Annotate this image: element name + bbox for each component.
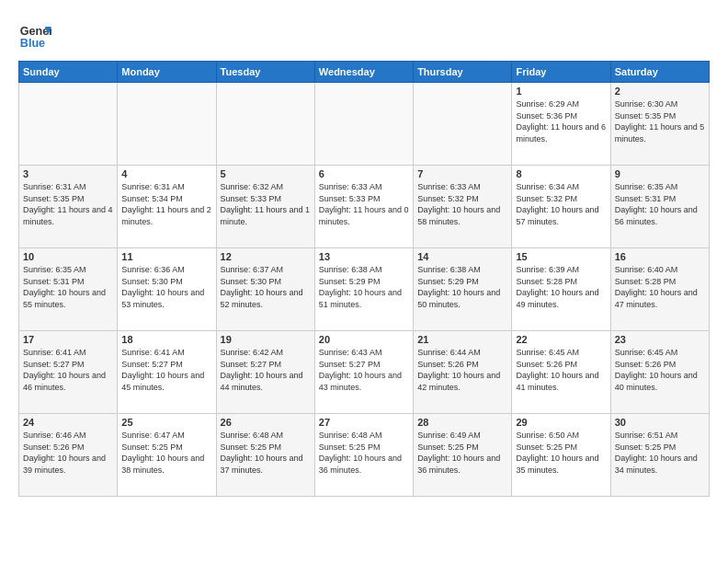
day-info: Sunrise: 6:42 AM Sunset: 5:27 PM Dayligh… [221, 347, 311, 393]
day-number: 30 [615, 417, 705, 428]
day-number: 9 [615, 168, 705, 179]
day-number: 28 [417, 417, 507, 428]
day-info: Sunrise: 6:45 AM Sunset: 5:26 PM Dayligh… [516, 347, 606, 393]
weekday-header-sunday: Sunday [19, 62, 118, 83]
day-info: Sunrise: 6:38 AM Sunset: 5:29 PM Dayligh… [417, 264, 507, 310]
weekday-header-friday: Friday [512, 62, 610, 83]
day-info: Sunrise: 6:38 AM Sunset: 5:29 PM Dayligh… [319, 264, 409, 310]
calendar-week-5: 24Sunrise: 6:46 AM Sunset: 5:26 PM Dayli… [19, 414, 710, 497]
logo: General Blue [18, 18, 55, 52]
weekday-header-monday: Monday [118, 62, 216, 83]
day-info: Sunrise: 6:48 AM Sunset: 5:25 PM Dayligh… [319, 430, 409, 476]
calendar-cell: 13Sunrise: 6:38 AM Sunset: 5:29 PM Dayli… [314, 248, 413, 331]
calendar-cell: 8Sunrise: 6:34 AM Sunset: 5:32 PM Daylig… [512, 166, 610, 248]
day-info: Sunrise: 6:39 AM Sunset: 5:28 PM Dayligh… [516, 264, 606, 310]
logo-icon: General Blue [18, 18, 51, 52]
calendar-table: SundayMondayTuesdayWednesdayThursdayFrid… [18, 61, 710, 497]
day-info: Sunrise: 6:41 AM Sunset: 5:27 PM Dayligh… [121, 347, 211, 393]
day-number: 1 [516, 86, 606, 97]
calendar-week-4: 17Sunrise: 6:41 AM Sunset: 5:27 PM Dayli… [19, 331, 710, 414]
calendar-cell: 25Sunrise: 6:47 AM Sunset: 5:25 PM Dayli… [118, 414, 216, 497]
day-number: 29 [516, 417, 606, 428]
calendar-cell [414, 83, 512, 166]
day-info: Sunrise: 6:50 AM Sunset: 5:25 PM Dayligh… [516, 430, 606, 476]
page-header: General Blue [18, 18, 710, 52]
calendar-week-1: 1Sunrise: 6:29 AM Sunset: 5:36 PM Daylig… [19, 83, 710, 166]
day-number: 20 [319, 334, 409, 345]
day-info: Sunrise: 6:30 AM Sunset: 5:35 PM Dayligh… [615, 98, 705, 144]
day-number: 13 [319, 251, 409, 262]
calendar-cell: 14Sunrise: 6:38 AM Sunset: 5:29 PM Dayli… [414, 248, 512, 331]
calendar-cell: 7Sunrise: 6:33 AM Sunset: 5:32 PM Daylig… [414, 166, 512, 248]
day-number: 17 [23, 334, 113, 345]
calendar-cell: 18Sunrise: 6:41 AM Sunset: 5:27 PM Dayli… [118, 331, 216, 414]
day-info: Sunrise: 6:33 AM Sunset: 5:33 PM Dayligh… [319, 181, 409, 227]
calendar-cell: 20Sunrise: 6:43 AM Sunset: 5:27 PM Dayli… [314, 331, 413, 414]
day-number: 6 [319, 168, 409, 179]
weekday-header-wednesday: Wednesday [314, 62, 413, 83]
calendar-cell: 24Sunrise: 6:46 AM Sunset: 5:26 PM Dayli… [19, 414, 118, 497]
day-number: 24 [23, 417, 113, 428]
day-info: Sunrise: 6:35 AM Sunset: 5:31 PM Dayligh… [23, 264, 113, 310]
day-number: 7 [417, 168, 507, 179]
calendar-cell: 2Sunrise: 6:30 AM Sunset: 5:35 PM Daylig… [610, 83, 709, 166]
calendar-cell: 6Sunrise: 6:33 AM Sunset: 5:33 PM Daylig… [314, 166, 413, 248]
day-info: Sunrise: 6:41 AM Sunset: 5:27 PM Dayligh… [23, 347, 113, 393]
calendar-cell: 21Sunrise: 6:44 AM Sunset: 5:26 PM Dayli… [414, 331, 512, 414]
day-number: 23 [615, 334, 705, 345]
day-info: Sunrise: 6:51 AM Sunset: 5:25 PM Dayligh… [615, 430, 705, 476]
calendar-cell: 30Sunrise: 6:51 AM Sunset: 5:25 PM Dayli… [610, 414, 709, 497]
day-info: Sunrise: 6:44 AM Sunset: 5:26 PM Dayligh… [417, 347, 507, 393]
day-number: 18 [121, 334, 211, 345]
calendar-cell: 3Sunrise: 6:31 AM Sunset: 5:35 PM Daylig… [19, 166, 118, 248]
day-number: 26 [221, 417, 311, 428]
calendar-cell [314, 83, 413, 166]
day-number: 25 [121, 417, 211, 428]
day-number: 19 [221, 334, 311, 345]
day-number: 4 [121, 168, 211, 179]
calendar-cell: 19Sunrise: 6:42 AM Sunset: 5:27 PM Dayli… [216, 331, 314, 414]
day-info: Sunrise: 6:31 AM Sunset: 5:35 PM Dayligh… [23, 181, 113, 227]
day-number: 5 [221, 168, 311, 179]
svg-text:Blue: Blue [20, 37, 45, 50]
calendar-cell: 22Sunrise: 6:45 AM Sunset: 5:26 PM Dayli… [512, 331, 610, 414]
day-info: Sunrise: 6:33 AM Sunset: 5:32 PM Dayligh… [417, 181, 507, 227]
calendar-cell: 12Sunrise: 6:37 AM Sunset: 5:30 PM Dayli… [216, 248, 314, 331]
day-number: 21 [417, 334, 507, 345]
day-number: 8 [516, 168, 606, 179]
calendar-cell: 15Sunrise: 6:39 AM Sunset: 5:28 PM Dayli… [512, 248, 610, 331]
day-info: Sunrise: 6:31 AM Sunset: 5:34 PM Dayligh… [121, 181, 211, 227]
day-number: 10 [23, 251, 113, 262]
day-number: 3 [23, 168, 113, 179]
day-info: Sunrise: 6:36 AM Sunset: 5:30 PM Dayligh… [121, 264, 211, 310]
day-number: 14 [417, 251, 507, 262]
calendar-cell: 10Sunrise: 6:35 AM Sunset: 5:31 PM Dayli… [19, 248, 118, 331]
day-number: 12 [221, 251, 311, 262]
day-info: Sunrise: 6:29 AM Sunset: 5:36 PM Dayligh… [516, 98, 606, 144]
calendar-week-3: 10Sunrise: 6:35 AM Sunset: 5:31 PM Dayli… [19, 248, 710, 331]
calendar-cell: 16Sunrise: 6:40 AM Sunset: 5:28 PM Dayli… [610, 248, 709, 331]
calendar-cell: 27Sunrise: 6:48 AM Sunset: 5:25 PM Dayli… [314, 414, 413, 497]
day-info: Sunrise: 6:43 AM Sunset: 5:27 PM Dayligh… [319, 347, 409, 393]
day-info: Sunrise: 6:45 AM Sunset: 5:26 PM Dayligh… [615, 347, 705, 393]
day-info: Sunrise: 6:48 AM Sunset: 5:25 PM Dayligh… [221, 430, 311, 476]
calendar-cell [19, 83, 118, 166]
calendar-cell: 23Sunrise: 6:45 AM Sunset: 5:26 PM Dayli… [610, 331, 709, 414]
calendar-week-2: 3Sunrise: 6:31 AM Sunset: 5:35 PM Daylig… [19, 166, 710, 248]
day-number: 15 [516, 251, 606, 262]
day-number: 27 [319, 417, 409, 428]
weekday-header-tuesday: Tuesday [216, 62, 314, 83]
calendar-cell: 9Sunrise: 6:35 AM Sunset: 5:31 PM Daylig… [610, 166, 709, 248]
day-info: Sunrise: 6:32 AM Sunset: 5:33 PM Dayligh… [221, 181, 311, 227]
day-info: Sunrise: 6:46 AM Sunset: 5:26 PM Dayligh… [23, 430, 113, 476]
calendar-header-row: SundayMondayTuesdayWednesdayThursdayFrid… [19, 62, 710, 83]
weekday-header-saturday: Saturday [610, 62, 709, 83]
day-number: 2 [615, 86, 705, 97]
calendar-cell [216, 83, 314, 166]
day-number: 22 [516, 334, 606, 345]
day-info: Sunrise: 6:49 AM Sunset: 5:25 PM Dayligh… [417, 430, 507, 476]
calendar-cell: 11Sunrise: 6:36 AM Sunset: 5:30 PM Dayli… [118, 248, 216, 331]
day-info: Sunrise: 6:40 AM Sunset: 5:28 PM Dayligh… [615, 264, 705, 310]
calendar-cell: 28Sunrise: 6:49 AM Sunset: 5:25 PM Dayli… [414, 414, 512, 497]
calendar-cell: 4Sunrise: 6:31 AM Sunset: 5:34 PM Daylig… [118, 166, 216, 248]
